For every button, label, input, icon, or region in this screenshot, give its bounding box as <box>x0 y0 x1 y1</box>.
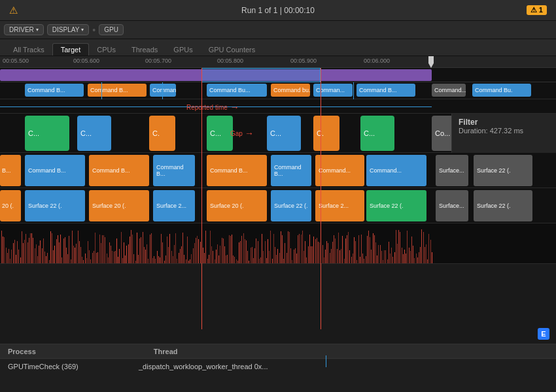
driver-button[interactable]: DRIVER▾ <box>4 24 44 35</box>
red-vline-2 <box>321 68 321 290</box>
tab-all-tracks[interactable]: All Tracks <box>5 44 52 56</box>
surf-block-6[interactable]: Surface 2... <box>315 190 364 221</box>
cmd2-block-gray-1[interactable]: Surface... <box>436 155 468 186</box>
command-bar-row-2: B... Command B... Command B... Command B… <box>0 153 556 188</box>
cmd2-block-5[interactable]: Command B... <box>271 155 311 186</box>
cmd-block-6[interactable]: Comman... <box>313 84 353 97</box>
cmd2-block-3[interactable]: Command B... <box>153 155 195 186</box>
tab-threads[interactable]: Threads <box>124 44 165 56</box>
surf-block-2[interactable]: Surface 20 (. <box>89 190 149 221</box>
cmd-block-5[interactable]: Command bu. <box>271 84 310 97</box>
filter-title: Filter <box>459 118 549 127</box>
cmd2-block-0[interactable]: B... <box>0 155 21 186</box>
surf-block-7[interactable]: Surface 22 (. <box>366 190 426 221</box>
scroll-indicator <box>326 355 326 367</box>
nav-tabs: All Tracks Target CPUs Threads GPUs GPU … <box>0 39 556 56</box>
title-text: Run 1 of 1 | 00:00:10 <box>241 6 315 15</box>
toolbar: DRIVER▾ DISPLAY▾ • GPU <box>0 21 556 39</box>
surf-block-gray-2[interactable]: Surface 22 (. <box>474 190 532 221</box>
c-block-2[interactable]: C... <box>77 116 111 151</box>
red-vline-3 <box>321 290 321 329</box>
process-header: Process <box>8 348 36 355</box>
filter-panel: Filter Duration: 427.32 ms <box>451 114 556 153</box>
surf-block-3[interactable]: Surface 2... <box>153 190 195 221</box>
tab-gpu-counters[interactable]: GPU Counters <box>201 44 264 56</box>
warning-badge: ⚠ 1 <box>527 5 547 15</box>
time-mark-3: 00:05.700 <box>145 57 171 64</box>
reported-time-row: Reported time → <box>0 99 556 114</box>
cmd-block-2[interactable]: Command B... <box>88 84 147 97</box>
timeline-main: 00:05.500 00:05.600 00:05.700 00:05.800 … <box>0 56 556 344</box>
time-mark-5: 00:05.900 <box>290 57 317 64</box>
red-vline-1 <box>201 68 202 290</box>
tab-target[interactable]: Target <box>52 43 90 56</box>
gpu-button[interactable]: GPU <box>99 24 124 35</box>
warning-icon: ⚠ <box>9 5 18 16</box>
time-mark-1: 00:05.500 <box>3 57 29 64</box>
c-block-7[interactable]: C... <box>360 116 394 151</box>
table-header: Process Thread <box>0 344 556 359</box>
surf-block-5[interactable]: Surface 22 (. <box>271 190 311 221</box>
cmd-block-4[interactable]: Command Bu... <box>207 84 267 97</box>
cmd-block-8[interactable]: Command... <box>432 84 466 97</box>
cmd2-block-6[interactable]: Command... <box>315 155 364 186</box>
titlebar: ⚠ Run 1 of 1 | 00:00:10 ⚠ 1 <box>0 0 556 21</box>
c-block-4[interactable]: C... <box>207 116 233 151</box>
surf-block-1[interactable]: Surface 22 (. <box>25 190 85 221</box>
cmd-block-1[interactable]: Command B... <box>25 84 84 97</box>
display-button[interactable]: DISPLAY▾ <box>47 24 90 35</box>
cmd2-block-2[interactable]: Command B... <box>89 155 149 186</box>
cmd2-block-1[interactable]: Command B... <box>25 155 85 186</box>
cmd2-block-4[interactable]: Command B... <box>207 155 267 186</box>
time-mark-2: 00:05.600 <box>73 57 99 64</box>
waveform-row <box>0 223 556 264</box>
c-block-1[interactable]: C... <box>25 116 69 151</box>
bottom-table: Process Thread GPUTimeCheck (369) _dispa… <box>0 344 556 383</box>
c-block-5[interactable]: C... <box>267 116 301 151</box>
surf-block-0[interactable]: 20 (. <box>0 190 21 221</box>
blue-selection <box>201 68 321 82</box>
filter-duration: Duration: 427.32 ms <box>459 127 549 135</box>
cursor-marker <box>428 56 434 68</box>
thread-value: _dispatch_workloop_worker_thread 0x... <box>139 363 268 370</box>
gap-annotation: Gap → <box>230 128 254 139</box>
surf-block-4[interactable]: Surface 20 (. <box>207 190 267 221</box>
c-blocks-row: C... C... C. C... Gap → C... C. C... Co.… <box>0 114 556 153</box>
process-value: GPUTimeCheck (369) <box>8 363 139 370</box>
toolbar-separator: • <box>92 25 96 35</box>
surface-blocks-row: 20 (. Surface 22 (. Surface 20 (. Surfac… <box>0 188 556 223</box>
time-mark-6: 00:06.000 <box>364 57 390 64</box>
cmd-block-3[interactable]: Comman... <box>150 84 176 97</box>
cmd-block-9[interactable]: Command Bu. <box>472 84 531 97</box>
time-mark-4: 00:05.800 <box>217 57 243 64</box>
surf-block-gray-1[interactable]: Surface... <box>436 190 468 221</box>
thread-header: Thread <box>154 348 178 355</box>
cmd2-block-7[interactable]: Command... <box>366 155 426 186</box>
purple-bar-row <box>0 68 556 82</box>
table-row[interactable]: GPUTimeCheck (369) _dispatch_workloop_wo… <box>0 359 556 373</box>
c-block-6[interactable]: C. <box>313 116 339 151</box>
cmd2-block-gray-2[interactable]: Surface 22 (. <box>474 155 532 186</box>
cmd-block-7[interactable]: Command B... <box>356 84 415 97</box>
time-ruler: 00:05.500 00:05.600 00:05.700 00:05.800 … <box>0 56 556 68</box>
tab-gpus[interactable]: GPUs <box>165 44 200 56</box>
reported-time-annotation: Reported time → <box>186 102 239 112</box>
red-vline-4 <box>201 290 202 329</box>
tab-cpus[interactable]: CPUs <box>89 44 124 56</box>
e-badge[interactable]: E <box>538 328 549 340</box>
command-bar-row-1: Command B... Command B... Comman... Comm… <box>0 82 556 99</box>
c-block-3[interactable]: C. <box>149 116 175 151</box>
